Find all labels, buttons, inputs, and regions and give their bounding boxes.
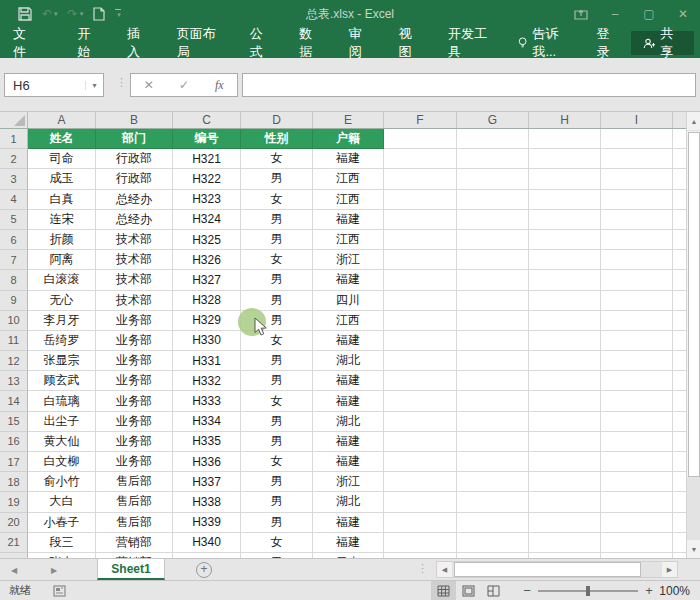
cell-E20[interactable]: 福建	[313, 513, 384, 533]
cell-I15[interactable]	[601, 412, 673, 432]
new-file-icon[interactable]	[93, 7, 105, 21]
formula-input[interactable]	[242, 73, 696, 97]
tab-insert[interactable]: 插入	[114, 28, 164, 58]
cell-A3[interactable]: 成玉	[28, 169, 96, 189]
insert-function-icon[interactable]: fx	[202, 78, 237, 93]
cell-D7[interactable]: 女	[241, 250, 313, 270]
undo-icon[interactable]: ↶▾	[42, 7, 58, 21]
row-header-15[interactable]: 15	[0, 412, 28, 432]
cell-A14[interactable]: 白琉璃	[28, 391, 96, 411]
cell-E16[interactable]: 福建	[313, 432, 384, 452]
cell-H20[interactable]	[529, 513, 601, 533]
cell-C12[interactable]: H331	[173, 351, 241, 371]
cell-A6[interactable]: 折颜	[28, 230, 96, 250]
cell-F5[interactable]	[384, 210, 457, 230]
name-box-value[interactable]: H6	[5, 78, 85, 93]
cell-C10[interactable]: H329	[173, 311, 241, 331]
tell-me-box[interactable]: 告诉我...	[508, 25, 584, 61]
cell-A19[interactable]: 大白	[28, 492, 96, 512]
cell-partial-7[interactable]	[673, 250, 686, 270]
cell-A21[interactable]: 段三	[28, 533, 96, 553]
cell-E18[interactable]: 浙江	[313, 472, 384, 492]
cell-E7[interactable]: 浙江	[313, 250, 384, 270]
cell-B21[interactable]: 营销部	[96, 533, 173, 553]
cell-partial-8[interactable]	[673, 270, 686, 290]
row-header-12[interactable]: 12	[0, 351, 28, 371]
cell-G2[interactable]	[457, 149, 529, 169]
scroll-up-icon[interactable]: ▲	[687, 112, 700, 131]
cell-C16[interactable]: H335	[173, 432, 241, 452]
cell-G21[interactable]	[457, 533, 529, 553]
cell-E6[interactable]: 江西	[313, 230, 384, 250]
add-sheet-icon[interactable]: +	[196, 562, 212, 578]
cell-I19[interactable]	[601, 492, 673, 512]
cell-E13[interactable]: 福建	[313, 371, 384, 391]
cell-H4[interactable]	[529, 190, 601, 210]
cell-partial-5[interactable]	[673, 210, 686, 230]
cell-G6[interactable]	[457, 230, 529, 250]
cell-A4[interactable]: 白真	[28, 190, 96, 210]
cell-E10[interactable]: 江西	[313, 311, 384, 331]
cell-E14[interactable]: 福建	[313, 391, 384, 411]
cell-F12[interactable]	[384, 351, 457, 371]
row-header-10[interactable]: 10	[0, 311, 28, 331]
cell-I10[interactable]	[601, 311, 673, 331]
cell-partial-18[interactable]	[673, 472, 686, 492]
cell-A15[interactable]: 出尘子	[28, 412, 96, 432]
cell-I20[interactable]	[601, 513, 673, 533]
row-header-3[interactable]: 3	[0, 169, 28, 189]
cell-I21[interactable]	[601, 533, 673, 553]
sheet-nav-prev-icon[interactable]: ◀	[6, 563, 22, 577]
cell-partial-16[interactable]	[673, 432, 686, 452]
cell-I11[interactable]	[601, 331, 673, 351]
cell-C18[interactable]: H337	[173, 472, 241, 492]
row-header-14[interactable]: 14	[0, 391, 28, 411]
cell-D1[interactable]: 性别	[241, 129, 313, 149]
cell-G10[interactable]	[457, 311, 529, 331]
tab-review[interactable]: 审阅	[336, 28, 386, 58]
cell-G8[interactable]	[457, 270, 529, 290]
cell-E21[interactable]: 福建	[313, 533, 384, 553]
cell-G4[interactable]	[457, 190, 529, 210]
cell-F18[interactable]	[384, 472, 457, 492]
cell-partial-10[interactable]	[673, 311, 686, 331]
cell-partial-3[interactable]	[673, 169, 686, 189]
cell-I6[interactable]	[601, 230, 673, 250]
cell-B13[interactable]: 业务部	[96, 371, 173, 391]
cell-H11[interactable]	[529, 331, 601, 351]
cell-D8[interactable]: 男	[241, 270, 313, 290]
cell-D21[interactable]: 女	[241, 533, 313, 553]
cell-G13[interactable]	[457, 371, 529, 391]
column-header-F[interactable]: F	[384, 112, 457, 128]
cell-G20[interactable]	[457, 513, 529, 533]
tab-developer[interactable]: 开发工具	[435, 28, 508, 58]
cell-H3[interactable]	[529, 169, 601, 189]
column-header-I[interactable]: I	[601, 112, 673, 128]
cell-D13[interactable]: 男	[241, 371, 313, 391]
cell-D18[interactable]: 男	[241, 472, 313, 492]
cell-F16[interactable]	[384, 432, 457, 452]
cell-C11[interactable]: H330	[173, 331, 241, 351]
cell-partial-20[interactable]	[673, 513, 686, 533]
cell-I9[interactable]	[601, 291, 673, 311]
cell-I13[interactable]	[601, 371, 673, 391]
cell-C8[interactable]: H327	[173, 270, 241, 290]
redo-dropdown-icon[interactable]: ▾	[80, 10, 84, 18]
tab-file[interactable]: 文件	[0, 28, 50, 58]
cell-A20[interactable]: 小春子	[28, 513, 96, 533]
column-header-A[interactable]: A	[28, 112, 96, 128]
formula-bar-splitter[interactable]: ⋮	[116, 76, 127, 89]
cell-E3[interactable]: 江西	[313, 169, 384, 189]
macro-record-icon[interactable]	[53, 585, 66, 597]
cell-F3[interactable]	[384, 169, 457, 189]
cell-H18[interactable]	[529, 472, 601, 492]
cell-H7[interactable]	[529, 250, 601, 270]
horizontal-scrollbar[interactable]: ◀ ▶	[436, 561, 678, 578]
cell-partial-14[interactable]	[673, 391, 686, 411]
cell-I12[interactable]	[601, 351, 673, 371]
sheet-nav-next-icon[interactable]: ▶	[46, 563, 62, 577]
cell-G5[interactable]	[457, 210, 529, 230]
cell-F19[interactable]	[384, 492, 457, 512]
column-header-D[interactable]: D	[241, 112, 313, 128]
page-layout-view-icon[interactable]	[456, 581, 481, 600]
